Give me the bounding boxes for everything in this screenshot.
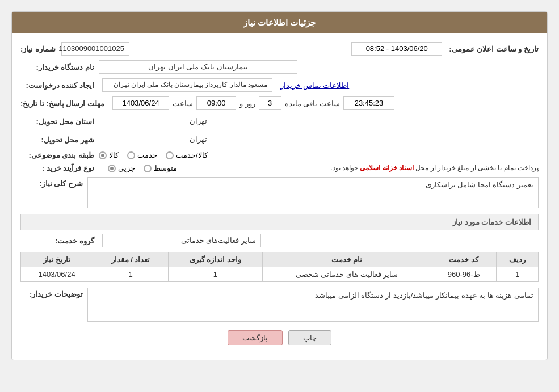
page-header: جزئیات اطلاعات نیاز — [12, 12, 547, 33]
page-title: جزئیات اطلاعات نیاز — [243, 18, 316, 27]
process-text-end: خواهد بود. — [330, 164, 358, 172]
print-button[interactable]: چاپ — [288, 330, 331, 345]
deadline-day-label: روز و — [239, 99, 255, 108]
services-header: اطلاعات خدمات مورد نیاز — [20, 214, 539, 230]
announcement-label: تاریخ و ساعت اعلان عمومی: — [449, 45, 539, 53]
content-area: تاریخ و ساعت اعلان عمومی: 1403/06/20 - 0… — [12, 33, 547, 360]
deadline-row: 23:45:23 ساعت باقی مانده 3 روز و 09:00 س… — [20, 96, 539, 110]
city-row: تهران شهر محل تحویل: — [20, 133, 539, 146]
process-label: نوع فرآیند خرید : — [20, 164, 94, 172]
deadline-date: 1403/06/24 — [112, 96, 169, 110]
description-label: شرح کلی نیاز: — [20, 177, 83, 188]
category-kala-khedmat-label: کالا/خدمت — [176, 151, 208, 159]
buyer-org-label: نام دستگاه خریدار: — [20, 63, 94, 71]
process-type-row: پرداخت تمام یا بخشی از مبلغ خریدار از مح… — [20, 164, 539, 172]
cell-row-num: 1 — [497, 267, 539, 282]
process-jozee-label: جزیی — [118, 164, 135, 172]
col-row-number: ردیف — [497, 252, 539, 267]
city-value: تهران — [99, 133, 212, 146]
province-label: استان محل تحویل: — [20, 117, 94, 126]
process-jozee-option[interactable]: جزیی — [108, 164, 135, 172]
category-row: کالا/خدمت خدمت کالا طبقه بندی موضوعی: — [20, 151, 539, 159]
buyer-org-value: بیمارستان بانک ملی ایران تهران — [99, 60, 297, 74]
category-kala-khedmat-option[interactable]: کالا/خدمت — [166, 151, 208, 159]
col-date: تاریخ نیاز — [21, 252, 93, 267]
process-text: پرداخت تمام یا بخشی از مبلغ خریدار از مح… — [330, 164, 539, 172]
deadline-remaining-label: ساعت باقی مانده — [285, 99, 340, 108]
cell-date: 1403/06/24 — [21, 267, 93, 282]
cell-qty: 1 — [93, 267, 169, 282]
creator-label: ایجاد کننده درخواست: — [20, 81, 94, 90]
process-motavaset-option[interactable]: متوسط — [144, 164, 177, 172]
category-kala-radio[interactable] — [99, 151, 107, 159]
category-khedmat-option[interactable]: خدمت — [127, 151, 157, 159]
service-group-label: گروه خدمت: — [20, 237, 94, 245]
deadline-time: 09:00 — [196, 96, 236, 110]
category-khedmat-radio[interactable] — [127, 151, 135, 159]
description-box: تعمیر دستگاه امجا شامل تراشکاری — [87, 177, 539, 208]
buyer-org-row: بیمارستان بانک ملی ایران تهران نام دستگا… — [20, 60, 539, 74]
buyer-notes-row: تمامی هزینه ها به عهده بیمانکار میباشد/ب… — [20, 288, 539, 322]
col-quantity: تعداد / مقدار — [93, 252, 169, 267]
creator-row: اطلاعات تماس خریدار مسعود مالدار کاربردا… — [20, 78, 539, 92]
cell-name: سایر فعالیت های خدماتی شخصی — [262, 267, 431, 282]
category-label: طبقه بندی موضوعی: — [20, 151, 94, 159]
category-kala-option[interactable]: کالا — [99, 151, 119, 159]
process-motavaset-label: متوسط — [154, 164, 177, 172]
category-kala-label: کالا — [109, 151, 119, 159]
province-value: تهران — [99, 115, 212, 128]
creator-value: مسعود مالدار کاربرداز بیمارستان بانک ملی… — [102, 78, 272, 92]
process-jozee-radio[interactable] — [108, 165, 116, 172]
category-khedmat-label: خدمت — [137, 151, 157, 159]
process-radio-group: متوسط جزیی — [108, 164, 177, 172]
table-row: 1 ط-96-960 سایر فعالیت های خدماتی شخصی 1… — [21, 267, 539, 282]
province-row: تهران استان محل تحویل: — [20, 115, 539, 128]
buyer-notes-label: توضیحات خریدار: — [20, 288, 83, 298]
deadline-label: مهلت ارسال پاسخ: تا تاریخ: — [20, 99, 104, 108]
page-container: جزئیات اطلاعات نیاز تاریخ و ساعت اعلان ع… — [11, 11, 548, 360]
col-service-code: کد خدمت — [431, 252, 497, 267]
back-button[interactable]: بازگشت — [228, 330, 283, 345]
services-table: ردیف کد خدمت نام خدمت واحد اندازه گیری ت… — [20, 252, 539, 282]
services-section-label: اطلاعات خدمات مورد نیاز — [452, 218, 531, 226]
announcement-value: 1403/06/20 - 08:52 — [351, 42, 442, 56]
deadline-time-label: ساعت — [173, 99, 193, 108]
cell-code: ط-96-960 — [431, 267, 497, 282]
announcement-row: تاریخ و ساعت اعلان عمومی: 1403/06/20 - 0… — [20, 42, 539, 56]
buyer-notes-box: تمامی هزینه ها به عهده بیمانکار میباشد/ب… — [87, 288, 539, 322]
description-area: تعمیر دستگاه امجا شامل تراشکاری شرح کلی … — [20, 177, 539, 208]
cell-unit: 1 — [168, 267, 262, 282]
description-value: تعمیر دستگاه امجا شامل تراشکاری — [426, 180, 533, 189]
process-motavaset-radio[interactable] — [144, 165, 152, 172]
buyer-notes-value: تمامی هزینه ها به عهده بیمانکار میباشد/ب… — [315, 291, 533, 300]
contact-link[interactable]: اطلاعات تماس خریدار — [280, 81, 349, 90]
deadline-remaining: 23:45:23 — [343, 96, 394, 110]
category-kala-khedmat-radio[interactable] — [166, 151, 174, 159]
col-service-name: نام خدمت — [262, 252, 431, 267]
category-radio-group: کالا/خدمت خدمت کالا — [99, 151, 208, 159]
need-number-value: 1103009001001025 — [61, 42, 129, 56]
services-group-row: سایر فعالیت‌های خدماتی گروه خدمت: — [20, 234, 539, 247]
city-label: شهر محل تحویل: — [20, 136, 94, 144]
services-section: اطلاعات خدمات مورد نیاز سایر فعالیت‌های … — [20, 214, 539, 282]
need-number-label: شماره نیاز: — [20, 45, 56, 53]
col-unit: واحد اندازه گیری — [168, 252, 262, 267]
service-group-value: سایر فعالیت‌های خدماتی — [102, 234, 261, 247]
deadline-days: 3 — [259, 96, 281, 110]
action-buttons: چاپ بازگشت — [20, 330, 539, 351]
process-text-highlight: اسناد خزانه اسلامی — [360, 164, 414, 172]
